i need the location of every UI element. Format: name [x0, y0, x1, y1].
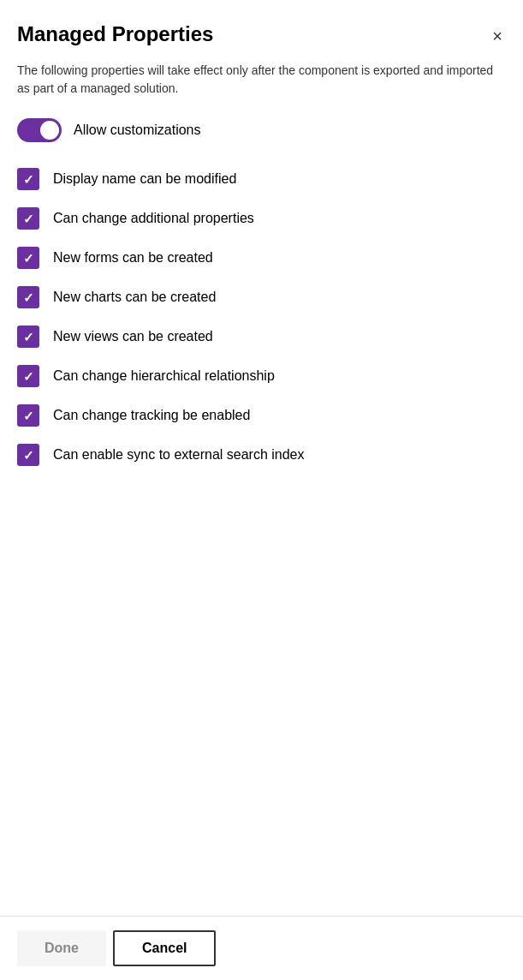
checkbox-label: Can change additional properties — [53, 209, 254, 228]
dialog-description: The following properties will take effec… — [17, 62, 506, 98]
checkmark-icon: ✓ — [23, 331, 34, 344]
checkbox-3[interactable]: ✓ — [17, 286, 39, 308]
checkbox-4[interactable]: ✓ — [17, 326, 39, 348]
checkbox-label: New forms can be created — [53, 248, 213, 267]
checkbox-7[interactable]: ✓ — [17, 444, 39, 466]
checkmark-icon: ✓ — [23, 409, 34, 422]
checkbox-row: ✓Can change tracking be enabled — [17, 396, 506, 435]
checkbox-row: ✓Can change hierarchical relationship — [17, 356, 506, 396]
checkbox-6[interactable]: ✓ — [17, 404, 39, 427]
checkbox-label: Can change hierarchical relationship — [53, 367, 275, 385]
checkbox-row: ✓New charts can be created — [17, 278, 506, 317]
checkbox-label: Display name can be modified — [53, 170, 236, 188]
checkbox-0[interactable]: ✓ — [17, 168, 39, 190]
dialog-body: Managed Properties × The following prope… — [0, 0, 523, 916]
toggle-row: Allow customizations — [17, 118, 506, 142]
managed-properties-dialog: Managed Properties × The following prope… — [0, 0, 523, 980]
checkbox-2[interactable]: ✓ — [17, 247, 39, 269]
checkbox-label: Can change tracking be enabled — [53, 406, 250, 425]
cancel-button[interactable]: Cancel — [113, 930, 216, 966]
done-button[interactable]: Done — [17, 930, 106, 966]
checkbox-list: ✓Display name can be modified✓Can change… — [17, 159, 506, 475]
checkbox-row: ✓Can change additional properties — [17, 199, 506, 238]
checkmark-icon: ✓ — [23, 291, 34, 304]
checkbox-1[interactable]: ✓ — [17, 207, 39, 230]
checkbox-5[interactable]: ✓ — [17, 365, 39, 387]
dialog-title: Managed Properties — [17, 21, 213, 47]
close-button[interactable]: × — [489, 24, 506, 48]
checkmark-icon: ✓ — [23, 370, 34, 383]
dialog-header: Managed Properties × — [17, 21, 506, 48]
dialog-footer: Done Cancel — [0, 916, 523, 980]
checkbox-row: ✓New forms can be created — [17, 238, 506, 278]
checkbox-row: ✓Can enable sync to external search inde… — [17, 435, 506, 475]
allow-customizations-toggle[interactable] — [17, 118, 62, 142]
checkmark-icon: ✓ — [23, 449, 34, 462]
checkmark-icon: ✓ — [23, 252, 34, 265]
checkbox-label: Can enable sync to external search index — [53, 445, 305, 464]
checkbox-row: ✓Display name can be modified — [17, 159, 506, 199]
toggle-track — [17, 118, 62, 142]
checkbox-label: New charts can be created — [53, 288, 216, 307]
toggle-label: Allow customizations — [74, 122, 201, 138]
checkbox-row: ✓New views can be created — [17, 317, 506, 356]
checkmark-icon: ✓ — [23, 173, 34, 186]
toggle-thumb — [40, 121, 59, 140]
checkmark-icon: ✓ — [23, 212, 34, 225]
checkbox-label: New views can be created — [53, 327, 213, 346]
